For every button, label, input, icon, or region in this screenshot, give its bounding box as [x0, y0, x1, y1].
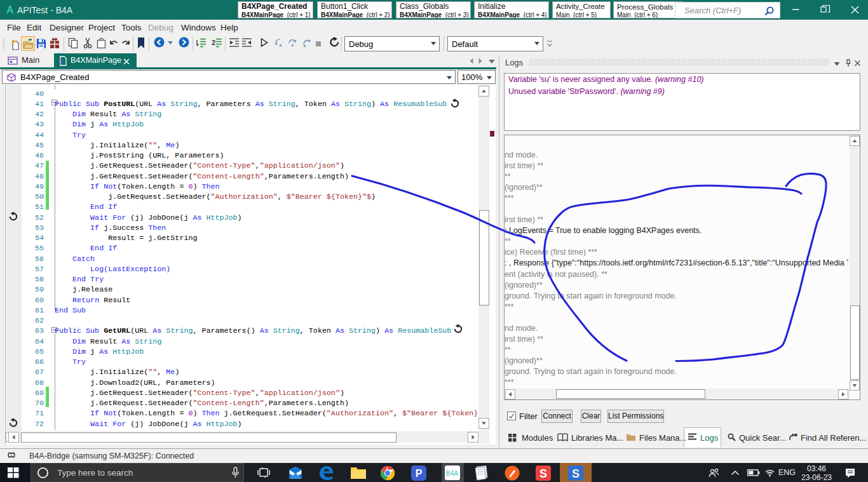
svg-text:P: P — [416, 468, 423, 479]
svg-text:S: S — [539, 467, 547, 480]
svg-text:S: S — [572, 467, 580, 480]
svg-text:2: 2 — [212, 39, 215, 46]
